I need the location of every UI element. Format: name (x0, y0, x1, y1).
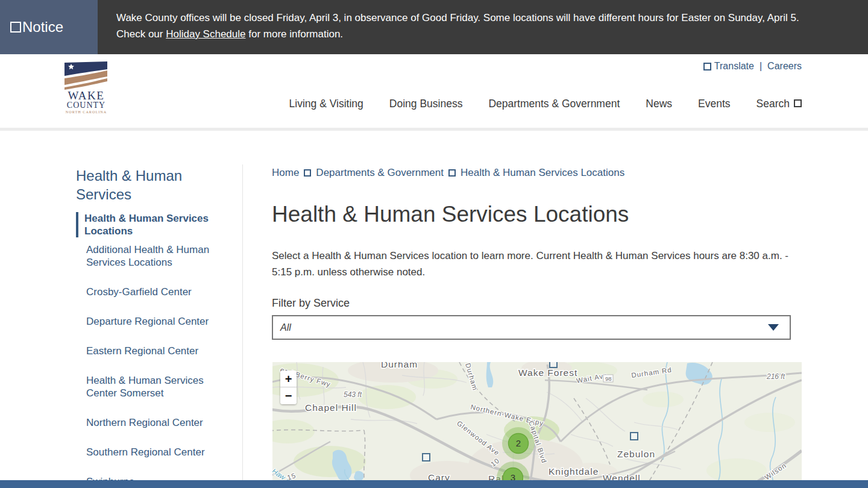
careers-link[interactable]: Careers (767, 61, 802, 72)
logo-text-county: COUNTY (67, 101, 105, 110)
map-label-durham: Durham (381, 362, 418, 369)
map-label-route-98: 98 (605, 375, 612, 382)
map-label-wilson: Wilson (763, 461, 787, 481)
sidebar-title[interactable]: Health & Human Services (76, 166, 193, 204)
map-label-zebulon: Zebulon (617, 449, 655, 459)
footer-bar (0, 480, 868, 488)
utility-links: Translate | Careers (703, 61, 802, 72)
breadcrumb-home[interactable]: Home (272, 167, 299, 179)
map-zoom-control: + − (280, 371, 297, 404)
utility-separator: | (760, 61, 762, 72)
locations-map[interactable]: Durham Chapel Hill Cary Raleigh Wake For… (272, 362, 802, 488)
main-nav: Living & Visiting Doing Business Departm… (289, 98, 802, 110)
page-title: Health & Human Services Locations (272, 202, 802, 227)
map-label-knightdale: Knightdale (549, 466, 599, 477)
logo-text-wake: WAKE (68, 89, 105, 102)
nav-search[interactable]: Search (756, 98, 802, 110)
logo-text-nc: NORTH CAROLINA (66, 110, 107, 114)
wake-county-logo[interactable]: WAKE COUNTY NORTH CAROLINA (64, 60, 108, 115)
alert-icon (10, 22, 21, 33)
sidebar: Health & Human Services Health & Human S… (76, 166, 234, 488)
nav-doing-business[interactable]: Doing Business (389, 98, 463, 110)
intro-text: Select a Health & Human Services locatio… (272, 248, 802, 280)
chevron-down-icon (768, 324, 779, 331)
map-label-durham-road-vertical: Durham (464, 362, 479, 391)
map-label-elev-543: 543 ft (344, 390, 362, 399)
search-label: Search (756, 98, 790, 110)
holiday-schedule-link[interactable]: Holiday Schedule (166, 28, 245, 40)
notice-label: Notice (0, 0, 98, 54)
service-filter-select[interactable]: All (272, 315, 791, 340)
translate-label: Translate (714, 61, 754, 72)
map-label-chapel-hill: Chapel Hill (305, 402, 357, 413)
sidebar-item-crosby-garfield[interactable]: Crosby-Garfield Center (86, 286, 225, 298)
breadcrumb-separator-icon (448, 169, 456, 177)
notice-line1: Wake County offices will be closed Frida… (116, 12, 799, 23)
map-canvas: Durham Chapel Hill Cary Raleigh Wake For… (272, 362, 802, 488)
nav-living-visiting[interactable]: Living & Visiting (289, 98, 363, 110)
translate-icon (703, 63, 711, 70)
zoom-out-button[interactable]: − (280, 387, 297, 404)
map-label-elev-216: 216 ft (766, 372, 785, 381)
sidebar-list: Additional Health & Human Services Locat… (76, 243, 234, 488)
nav-news[interactable]: News (646, 98, 672, 110)
filter-selected-value: All (280, 322, 291, 333)
main-content: Home Departments & Government Health & H… (272, 167, 802, 340)
notice-message: Wake County offices will be closed Frida… (98, 0, 823, 54)
notice-label-text: Notice (22, 19, 63, 36)
notice-line2-prefix: Check our (116, 28, 166, 40)
breadcrumb: Home Departments & Government Health & H… (272, 167, 802, 179)
filter-label: Filter by Service (272, 297, 802, 310)
breadcrumb-separator-icon (304, 169, 311, 177)
sidebar-item-eastern-regional[interactable]: Eastern Regional Center (86, 345, 225, 357)
zoom-in-button[interactable]: + (280, 371, 297, 387)
map-cluster-marker-2[interactable]: 2 (502, 427, 535, 460)
sidebar-divider (242, 164, 243, 488)
map-label-wake-forest: Wake Forest (518, 368, 577, 378)
sidebar-item-additional-locations[interactable]: Additional Health & Human Services Locat… (86, 243, 225, 269)
notice-line2-suffix: for more information. (246, 28, 344, 40)
search-icon (794, 99, 802, 107)
sidebar-item-departure-regional[interactable]: Departure Regional Center (86, 315, 225, 328)
translate-link[interactable]: Translate (703, 61, 754, 72)
sidebar-item-northern-regional[interactable]: Northern Regional Center (86, 416, 225, 429)
cluster-count: 2 (516, 438, 521, 448)
nav-departments-government[interactable]: Departments & Government (488, 98, 620, 110)
sidebar-item-southern-regional[interactable]: Southern Regional Center (86, 446, 225, 458)
breadcrumb-departments[interactable]: Departments & Government (316, 167, 444, 179)
breadcrumb-current: Health & Human Services Locations (461, 167, 624, 179)
site-header: WAKE COUNTY NORTH CAROLINA Translate | C… (0, 54, 868, 131)
sidebar-item-somerset[interactable]: Health & Human Services Center Somerset (86, 374, 225, 399)
notice-bar: Notice Wake County offices will be close… (0, 0, 868, 54)
sidebar-item-active-hhs-locations[interactable]: Health & Human Services Locations (76, 212, 217, 237)
nav-events[interactable]: Events (698, 98, 731, 110)
careers-label: Careers (767, 61, 802, 72)
